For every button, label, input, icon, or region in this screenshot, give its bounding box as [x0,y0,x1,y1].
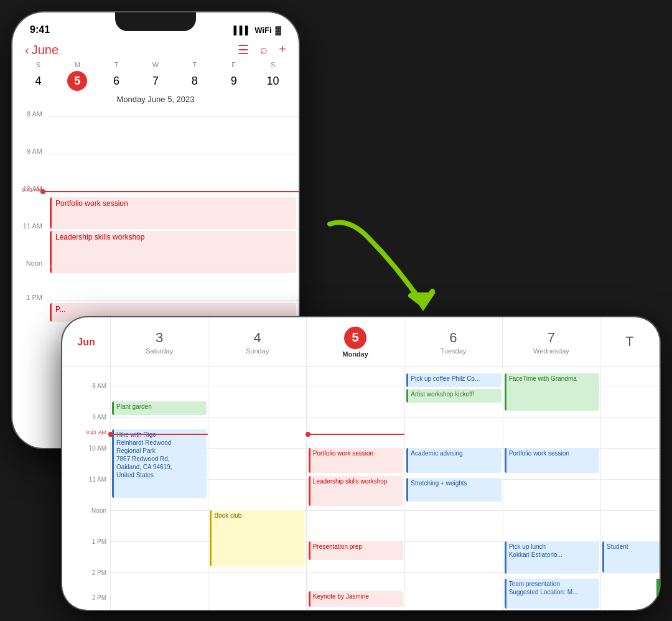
sat-name: Saturday [146,347,173,355]
back-button[interactable]: ‹ June [25,43,58,57]
event-hike[interactable]: Hike with RigoReinhardt RedwoodRegional … [112,429,207,498]
day-label-w: W [136,61,175,68]
header-actions: ☰ ⌕ + [238,42,286,57]
time-strip: 8 AM 9 AM 9:41 AM 10 AM 11 AM Noon 1 PM … [62,367,111,610]
tue-name: Tuesday [441,347,467,355]
calendar-grid: Plant garden Hike with RigoReinhardt Red… [111,367,660,610]
mon-name: Monday [342,350,368,358]
event-text: Team presentationSuggested Location: M..… [509,581,578,595]
event-pres-prep[interactable]: Presentation prep [309,541,403,560]
ls-1pm: 1 PM [92,538,106,545]
event-text: Student [607,543,628,550]
event-label: Portfolio work session [55,199,128,208]
event-text: Academic advising [411,450,462,457]
header-sat[interactable]: 3 Saturday [111,317,208,367]
signal-icon: ▌▌▌ [234,26,251,35]
month-label-col: Jun [62,317,111,367]
event-student[interactable]: Student [602,541,660,572]
sun-num: 4 [254,330,261,346]
list-icon[interactable]: ☰ [238,42,249,57]
arrow-graphic [311,212,485,336]
day-9[interactable]: 9 [224,71,244,91]
day-7[interactable]: 7 [146,71,166,91]
wed-name: Wednesday [533,347,569,355]
ls-now: 9:41 AM [86,429,106,436]
chevron-left-icon: ‹ [25,43,29,57]
day-6[interactable]: 6 [106,71,126,91]
now-dot-sat [108,432,113,437]
event-leadership[interactable]: Leadership skills workshop [50,231,296,273]
ls-10am: 10 AM [89,445,106,452]
thu-num: T [625,334,633,350]
calendar-header: ‹ June ☰ ⌕ + [12,40,299,61]
event-portfolio[interactable]: Portfolio work session [50,197,296,228]
day-label-t1: T [97,61,136,68]
ls-2pm: 2 PM [92,569,106,576]
landscape-phone: Jun 3 Saturday 4 Sunday 5 Monday 6 Tuesd… [62,317,660,610]
event-leadership-mon[interactable]: Leadership skills workshop [309,476,403,506]
event-label: Leadership skills workshop [55,233,144,241]
event-lunch[interactable]: Pick up lunchKokkari Estiatorio... [505,541,599,574]
current-time-line [44,191,299,192]
sun-name: Sunday [246,347,269,355]
event-stretching[interactable]: Stretching + weights [406,478,501,502]
week-day-labels: S M T W T F S [12,61,299,68]
ls-11am: 11 AM [89,476,106,483]
now-dot-mon [306,432,310,437]
event-portfolio-wed[interactable]: Portfolio work session [505,448,599,473]
event-book-club[interactable]: Book club [210,510,304,566]
event-text: FaceTime with Grandma [509,375,577,382]
day-timeline: 8 AM 9 AM 9:41 AM 10 AM Portfolio work s… [12,110,299,334]
col-saturday: Plant garden Hike with RigoReinhardt Red… [111,367,208,610]
day-label-s1: S [19,61,58,68]
landscape-month: Jun [77,337,95,348]
day-5-today[interactable]: 5 [67,71,87,91]
event-facetime[interactable]: FaceTime with Grandma [505,373,599,411]
event-plant-garden[interactable]: Plant garden [112,401,207,415]
time-9am: 9 AM [12,147,46,155]
landscape-body: 8 AM 9 AM 9:41 AM 10 AM 11 AM Noon 1 PM … [62,367,660,610]
month-back-label: June [32,43,58,57]
event-keynote[interactable]: Keynote by Jasmine [309,591,403,607]
header-thu[interactable]: T [600,317,660,367]
event-text: Stretching + weights [411,480,467,487]
day-10[interactable]: 10 [263,71,283,91]
event-label-p: P... [55,305,65,314]
event-text: Artist workshop kickoff! [411,391,474,398]
search-icon[interactable]: ⌕ [260,42,268,57]
col-sunday: Book club [208,367,306,610]
event-indicator [656,579,660,604]
col-tuesday: Pick up coffee Philz Co... Artist worksh… [405,367,503,610]
event-text: Plant garden [116,403,152,410]
week-numbers: 4 5 6 7 8 9 10 [12,68,299,93]
event-artist[interactable]: Artist workshop kickoff! [406,389,501,403]
wifi-icon: WiFi [254,26,271,35]
event-text: Leadership skills workshop [313,478,388,485]
time-11am: 11 AM [12,222,46,230]
status-time: 9:41 [30,24,50,35]
now-dot [40,189,45,194]
ls-noon: Noon [91,507,106,514]
col-wednesday: FaceTime with Grandma Portfolio work ses… [503,367,601,610]
add-icon[interactable]: + [279,42,286,57]
event-portfolio-mon[interactable]: Portfolio work session [309,448,403,473]
event-coffee[interactable]: Pick up coffee Philz Co... [406,373,501,387]
header-sun[interactable]: 4 Sunday [208,317,306,367]
event-text: Book club [214,512,241,519]
notch [115,12,196,31]
day-8[interactable]: 8 [185,71,205,91]
day-4[interactable]: 4 [28,71,48,91]
event-advising[interactable]: Academic advising [406,448,501,473]
now-line-sat [111,434,208,435]
selected-date: Monday June 5, 2023 [12,93,299,108]
event-text: Pick up lunchKokkari Estiatorio... [509,543,562,558]
event-text: Pick up coffee Philz Co... [411,375,480,382]
day-label-f: F [214,61,253,68]
sat-num: 3 [156,330,163,346]
header-wed[interactable]: 7 Wednesday [503,317,600,367]
battery-icon: ▓ [276,26,281,35]
day-label-t2: T [175,61,214,68]
event-text: Portfolio work session [313,450,373,457]
event-team-pres[interactable]: Team presentationSuggested Location: M..… [505,579,599,609]
event-text: Portfolio work session [509,450,569,457]
